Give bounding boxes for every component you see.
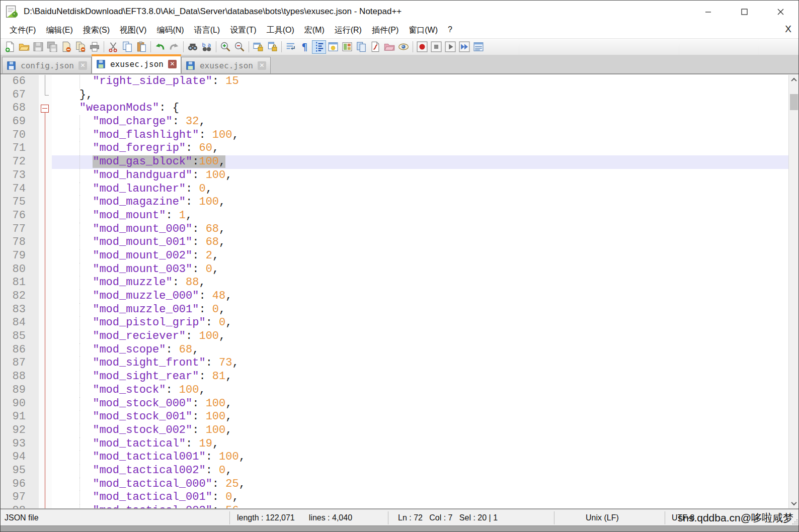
code-text[interactable]: "mod_muzzle_000": 48, (52, 290, 788, 303)
function-list-icon[interactable] (326, 40, 340, 54)
macro-record-icon[interactable] (415, 40, 429, 54)
code-text[interactable]: "mod_launcher": 0, (52, 183, 788, 196)
line-number[interactable]: 92 (1, 424, 39, 437)
fold-margin[interactable] (39, 88, 52, 102)
macro-save-icon[interactable] (471, 40, 486, 54)
tab-close-icon[interactable]: ✕ (168, 60, 177, 68)
fold-margin[interactable] (39, 491, 52, 504)
code-text[interactable]: "right_side_plate": 15 (52, 75, 788, 88)
tab-exusec-json-2[interactable]: exusec.json ✕ (181, 57, 271, 73)
line-number[interactable]: 85 (1, 330, 39, 343)
code-text[interactable]: "mod_tactical001": 100, (52, 451, 788, 464)
editor[interactable]: 66 "right_side_plate": 1567 },68 "weapon… (1, 74, 798, 508)
code-text[interactable]: "mod_tactical002": 0, (52, 464, 788, 478)
paste-icon[interactable] (134, 40, 148, 54)
line-number[interactable]: 94 (1, 451, 39, 464)
line-number[interactable]: 66 (1, 75, 39, 88)
fold-margin[interactable] (39, 410, 52, 424)
line-number[interactable]: 81 (1, 276, 39, 290)
folder-as-workspace-icon[interactable] (382, 40, 396, 54)
fold-margin[interactable] (39, 249, 52, 263)
code-text[interactable]: "weaponMods": { (52, 102, 788, 115)
menu-item-file[interactable]: 文件(F) (5, 23, 41, 38)
line-number[interactable]: 74 (1, 183, 39, 196)
menu-item-tools[interactable]: 工具(O) (262, 23, 299, 38)
code-text[interactable]: "mod_reciever": 100, (52, 330, 788, 343)
sync-scroll-vertical-icon[interactable] (251, 40, 265, 54)
document-switcher-icon[interactable] (354, 40, 368, 54)
fold-margin[interactable] (39, 397, 52, 411)
code-text[interactable]: "mod_scope": 68, (52, 343, 788, 357)
cut-icon[interactable] (106, 40, 120, 54)
zoom-in-icon[interactable] (218, 40, 232, 54)
minimize-button[interactable] (690, 1, 726, 23)
line-number[interactable]: 78 (1, 236, 39, 249)
menu-item-view[interactable]: 视图(V) (115, 23, 151, 38)
code-text[interactable]: "mod_sight_front": 73, (52, 357, 788, 370)
fold-margin[interactable] (39, 169, 52, 183)
code-text[interactable]: "mod_tactical_000": 25, (52, 478, 788, 491)
resize-grip[interactable] (792, 519, 797, 524)
menu-item-run[interactable]: 运行(R) (330, 23, 367, 38)
code-text[interactable]: "mod_stock_002": 100, (52, 424, 788, 437)
line-number[interactable]: 69 (1, 115, 39, 129)
line-number[interactable]: 86 (1, 343, 39, 357)
menubar-close-button[interactable]: X (785, 24, 791, 35)
menu-item-settings[interactable]: 设置(T) (225, 23, 261, 38)
tab-close-icon[interactable]: ✕ (78, 61, 87, 70)
maximize-button[interactable] (726, 1, 762, 23)
code-text[interactable]: "mod_tactical": 19, (52, 437, 788, 451)
fold-margin[interactable] (39, 451, 52, 464)
line-number[interactable]: 80 (1, 263, 39, 277)
line-number[interactable]: 73 (1, 169, 39, 183)
menu-item-language[interactable]: 语言(L) (189, 23, 225, 38)
line-number[interactable]: 88 (1, 370, 39, 384)
line-number[interactable]: 68 (1, 102, 39, 115)
line-number[interactable]: 75 (1, 196, 39, 209)
fold-margin[interactable] (39, 504, 52, 508)
code-text[interactable]: "mod_tactical_001": 0, (52, 491, 788, 504)
open-file-icon[interactable] (17, 40, 31, 54)
fold-margin[interactable] (39, 316, 52, 330)
code-text[interactable]: "mod_flashlight": 100, (52, 129, 788, 142)
fold-margin[interactable] (39, 424, 52, 437)
close-button[interactable] (762, 1, 798, 23)
document-map-icon[interactable] (340, 40, 354, 54)
code-text[interactable]: "mod_stock_001": 100, (52, 410, 788, 424)
show-all-characters-icon[interactable]: ¶ (298, 40, 312, 54)
fold-margin[interactable] (39, 384, 52, 397)
menu-item-search[interactable]: 搜索(S) (78, 23, 115, 38)
code-text[interactable]: "mod_mount_002": 2, (52, 249, 788, 263)
fold-margin[interactable] (39, 236, 52, 249)
file-monitoring-eye-icon[interactable] (396, 40, 411, 54)
menu-item-encoding[interactable]: 编码(N) (151, 23, 189, 38)
code-text[interactable]: "mod_stock_000": 100, (52, 397, 788, 411)
print-icon[interactable] (88, 40, 102, 54)
fold-margin[interactable] (39, 129, 52, 142)
menu-item-edit[interactable]: 编辑(E) (41, 23, 77, 38)
fold-margin[interactable] (39, 263, 52, 277)
line-number[interactable]: 97 (1, 491, 39, 504)
menu-item-help[interactable]: ? (443, 23, 457, 38)
code-text[interactable]: "mod_tactical_002": 56 (52, 504, 788, 508)
save-icon[interactable] (31, 40, 45, 54)
line-number[interactable]: 79 (1, 249, 39, 263)
line-number[interactable]: 95 (1, 464, 39, 478)
close-all-documents-icon[interactable] (73, 40, 88, 54)
code-text[interactable]: "mod_gas_block":100, (52, 155, 788, 169)
line-number[interactable]: 76 (1, 209, 39, 223)
line-number[interactable]: 93 (1, 437, 39, 451)
word-wrap-icon[interactable] (284, 40, 298, 54)
fold-margin[interactable] (39, 370, 52, 384)
code-text[interactable]: "mod_muzzle_001": 0, (52, 303, 788, 317)
tab-close-icon[interactable]: ✕ (258, 61, 266, 70)
code-area[interactable]: 66 "right_side_plate": 1567 },68 "weapon… (1, 75, 788, 508)
fold-collapse-icon[interactable] (41, 105, 49, 113)
copy-icon[interactable] (120, 40, 134, 54)
fold-margin[interactable] (39, 196, 52, 209)
fold-margin[interactable] (39, 478, 52, 491)
fold-margin[interactable] (39, 437, 52, 451)
save-all-icon[interactable] (45, 40, 59, 54)
line-number[interactable]: 89 (1, 384, 39, 397)
fold-margin[interactable] (39, 357, 52, 370)
